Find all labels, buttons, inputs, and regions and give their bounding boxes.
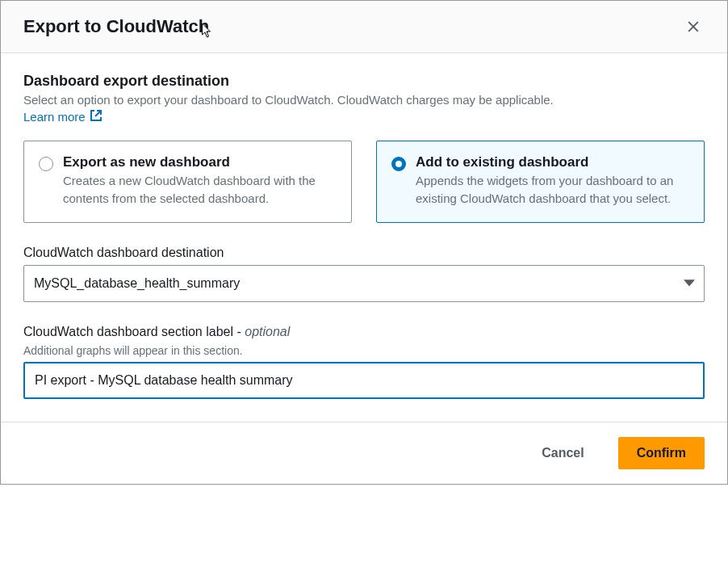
- close-button[interactable]: [682, 15, 705, 38]
- section-label-field: CloudWatch dashboard section label - opt…: [23, 325, 705, 399]
- dashboard-destination-label: CloudWatch dashboard destination: [23, 246, 705, 260]
- learn-more-link[interactable]: Learn more: [23, 109, 103, 124]
- dashboard-destination-select[interactable]: MySQL_database_health_summary: [23, 265, 705, 302]
- export-option-group: Export as new dashboard Creates a new Cl…: [23, 141, 705, 223]
- learn-more-label: Learn more: [23, 110, 86, 124]
- dashboard-destination-value: MySQL_database_health_summary: [23, 265, 705, 302]
- section-label-help: Additional graphs will appear in this se…: [23, 344, 705, 357]
- close-icon: [685, 19, 701, 35]
- radio-icon: [391, 157, 406, 171]
- modal-header: Export to CloudWatch: [1, 1, 727, 53]
- modal-title: Export to CloudWatch: [23, 16, 209, 37]
- option-new-title: Export as new dashboard: [63, 154, 337, 170]
- option-existing-title: Add to existing dashboard: [416, 154, 689, 170]
- section-label-input[interactable]: [23, 362, 705, 399]
- svg-line-2: [95, 111, 101, 116]
- destination-title: Dashboard export destination: [23, 73, 705, 90]
- destination-section: Dashboard export destination Select an o…: [23, 73, 705, 124]
- radio-icon: [39, 157, 53, 171]
- export-to-cloudwatch-modal: Export to CloudWatch Dashboard export de…: [0, 0, 728, 485]
- option-existing-desc: Appends the widgets from your dashboard …: [416, 172, 689, 208]
- option-add-existing[interactable]: Add to existing dashboard Appends the wi…: [376, 141, 705, 223]
- external-link-icon: [90, 109, 103, 124]
- option-new-desc: Creates a new CloudWatch dashboard with …: [63, 172, 337, 208]
- cancel-button[interactable]: Cancel: [524, 438, 601, 468]
- modal-footer: Cancel Confirm: [1, 422, 727, 484]
- confirm-button[interactable]: Confirm: [618, 437, 705, 469]
- dashboard-destination-field: CloudWatch dashboard destination MySQL_d…: [23, 246, 705, 302]
- destination-description: Select an option to export your dashboar…: [23, 91, 705, 108]
- section-label-label: CloudWatch dashboard section label - opt…: [23, 325, 705, 339]
- modal-body: Dashboard export destination Select an o…: [1, 53, 727, 422]
- option-export-new[interactable]: Export as new dashboard Creates a new Cl…: [23, 141, 352, 223]
